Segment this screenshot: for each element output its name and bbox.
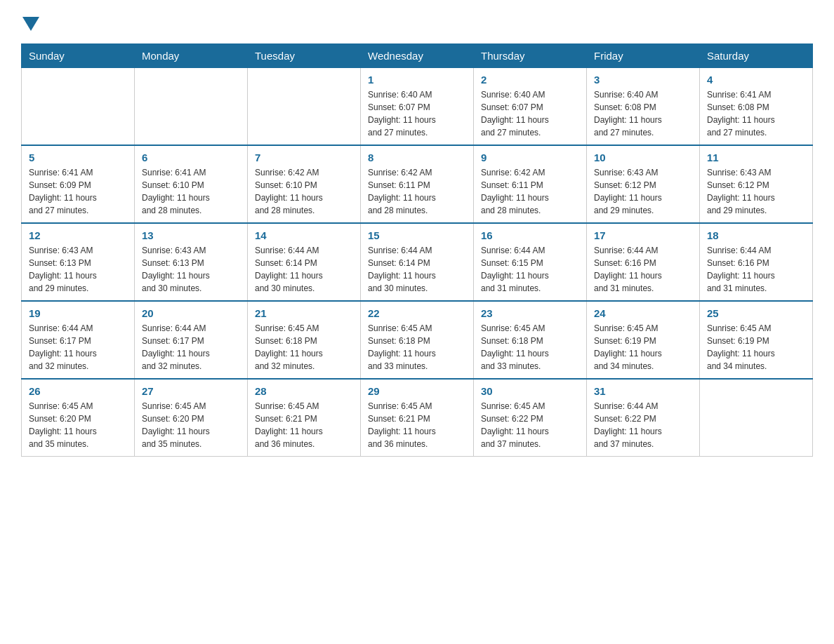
day-number: 5	[29, 152, 127, 163]
page-header	[21, 14, 813, 29]
day-number: 13	[142, 229, 240, 241]
calendar-cell: 31Sunrise: 6:44 AM Sunset: 6:22 PM Dayli…	[587, 379, 700, 457]
calendar-header-wednesday: Wednesday	[361, 44, 474, 68]
calendar-cell: 15Sunrise: 6:44 AM Sunset: 6:14 PM Dayli…	[361, 223, 474, 301]
calendar-cell: 23Sunrise: 6:45 AM Sunset: 6:18 PM Dayli…	[474, 301, 587, 379]
day-info: Sunrise: 6:45 AM Sunset: 6:22 PM Dayligh…	[481, 400, 579, 450]
day-number: 14	[255, 229, 353, 241]
day-info: Sunrise: 6:43 AM Sunset: 6:12 PM Dayligh…	[594, 166, 692, 217]
calendar-cell: 25Sunrise: 6:45 AM Sunset: 6:19 PM Dayli…	[700, 301, 813, 379]
day-number: 3	[594, 74, 692, 86]
calendar-header-saturday: Saturday	[700, 44, 813, 68]
calendar-cell: 28Sunrise: 6:45 AM Sunset: 6:21 PM Dayli…	[248, 379, 361, 457]
day-number: 8	[368, 152, 466, 163]
day-info: Sunrise: 6:43 AM Sunset: 6:13 PM Dayligh…	[29, 244, 127, 295]
day-info: Sunrise: 6:41 AM Sunset: 6:09 PM Dayligh…	[29, 166, 127, 217]
day-info: Sunrise: 6:40 AM Sunset: 6:08 PM Dayligh…	[594, 88, 692, 139]
day-info: Sunrise: 6:44 AM Sunset: 6:17 PM Dayligh…	[142, 322, 240, 373]
calendar-cell: 13Sunrise: 6:43 AM Sunset: 6:13 PM Dayli…	[135, 223, 248, 301]
calendar-cell: 14Sunrise: 6:44 AM Sunset: 6:14 PM Dayli…	[248, 223, 361, 301]
day-number: 22	[368, 307, 466, 319]
calendar-cell: 27Sunrise: 6:45 AM Sunset: 6:20 PM Dayli…	[135, 379, 248, 457]
day-number: 18	[707, 229, 805, 241]
day-number: 31	[594, 385, 692, 397]
calendar-week-1: 1Sunrise: 6:40 AM Sunset: 6:07 PM Daylig…	[22, 68, 813, 146]
calendar-week-4: 19Sunrise: 6:44 AM Sunset: 6:17 PM Dayli…	[22, 301, 813, 379]
day-info: Sunrise: 6:45 AM Sunset: 6:18 PM Dayligh…	[481, 322, 579, 373]
day-number: 2	[481, 74, 579, 86]
day-number: 27	[142, 385, 240, 397]
day-number: 6	[142, 152, 240, 163]
calendar-week-3: 12Sunrise: 6:43 AM Sunset: 6:13 PM Dayli…	[22, 223, 813, 301]
calendar-cell: 12Sunrise: 6:43 AM Sunset: 6:13 PM Dayli…	[22, 223, 135, 301]
calendar-cell: 18Sunrise: 6:44 AM Sunset: 6:16 PM Dayli…	[700, 223, 813, 301]
calendar-cell: 30Sunrise: 6:45 AM Sunset: 6:22 PM Dayli…	[474, 379, 587, 457]
logo-triangle-icon	[22, 17, 39, 31]
calendar-cell: 7Sunrise: 6:42 AM Sunset: 6:10 PM Daylig…	[248, 145, 361, 223]
day-number: 9	[481, 152, 579, 163]
day-number: 23	[481, 307, 579, 319]
calendar-cell: 24Sunrise: 6:45 AM Sunset: 6:19 PM Dayli…	[587, 301, 700, 379]
day-info: Sunrise: 6:45 AM Sunset: 6:18 PM Dayligh…	[368, 322, 466, 373]
calendar-cell: 6Sunrise: 6:41 AM Sunset: 6:10 PM Daylig…	[135, 145, 248, 223]
calendar-header-friday: Friday	[587, 44, 700, 68]
day-number: 11	[707, 152, 805, 163]
day-info: Sunrise: 6:45 AM Sunset: 6:20 PM Dayligh…	[29, 400, 127, 450]
day-info: Sunrise: 6:44 AM Sunset: 6:14 PM Dayligh…	[255, 244, 353, 295]
logo	[21, 14, 39, 29]
day-number: 19	[29, 307, 127, 319]
day-info: Sunrise: 6:42 AM Sunset: 6:11 PM Dayligh…	[481, 166, 579, 217]
day-info: Sunrise: 6:43 AM Sunset: 6:12 PM Dayligh…	[707, 166, 805, 217]
day-number: 17	[594, 229, 692, 241]
calendar-header-tuesday: Tuesday	[248, 44, 361, 68]
day-number: 21	[255, 307, 353, 319]
day-number: 25	[707, 307, 805, 319]
calendar-cell: 11Sunrise: 6:43 AM Sunset: 6:12 PM Dayli…	[700, 145, 813, 223]
day-number: 16	[481, 229, 579, 241]
day-info: Sunrise: 6:42 AM Sunset: 6:10 PM Dayligh…	[255, 166, 353, 217]
day-number: 7	[255, 152, 353, 163]
day-info: Sunrise: 6:44 AM Sunset: 6:16 PM Dayligh…	[707, 244, 805, 295]
day-info: Sunrise: 6:45 AM Sunset: 6:21 PM Dayligh…	[255, 400, 353, 450]
day-info: Sunrise: 6:42 AM Sunset: 6:11 PM Dayligh…	[368, 166, 466, 217]
day-info: Sunrise: 6:43 AM Sunset: 6:13 PM Dayligh…	[142, 244, 240, 295]
day-info: Sunrise: 6:44 AM Sunset: 6:14 PM Dayligh…	[368, 244, 466, 295]
day-info: Sunrise: 6:45 AM Sunset: 6:20 PM Dayligh…	[142, 400, 240, 450]
day-info: Sunrise: 6:44 AM Sunset: 6:15 PM Dayligh…	[481, 244, 579, 295]
calendar-cell: 4Sunrise: 6:41 AM Sunset: 6:08 PM Daylig…	[700, 68, 813, 146]
calendar-table: SundayMondayTuesdayWednesdayThursdayFrid…	[21, 43, 813, 457]
day-number: 20	[142, 307, 240, 319]
calendar-cell: 16Sunrise: 6:44 AM Sunset: 6:15 PM Dayli…	[474, 223, 587, 301]
calendar-header-thursday: Thursday	[474, 44, 587, 68]
calendar-week-2: 5Sunrise: 6:41 AM Sunset: 6:09 PM Daylig…	[22, 145, 813, 223]
day-number: 30	[481, 385, 579, 397]
day-info: Sunrise: 6:41 AM Sunset: 6:10 PM Dayligh…	[142, 166, 240, 217]
day-number: 1	[368, 74, 466, 86]
calendar-cell: 9Sunrise: 6:42 AM Sunset: 6:11 PM Daylig…	[474, 145, 587, 223]
calendar-cell: 2Sunrise: 6:40 AM Sunset: 6:07 PM Daylig…	[474, 68, 587, 146]
day-number: 12	[29, 229, 127, 241]
day-info: Sunrise: 6:45 AM Sunset: 6:21 PM Dayligh…	[368, 400, 466, 450]
day-info: Sunrise: 6:45 AM Sunset: 6:19 PM Dayligh…	[707, 322, 805, 373]
calendar-header-row: SundayMondayTuesdayWednesdayThursdayFrid…	[22, 44, 813, 68]
day-info: Sunrise: 6:44 AM Sunset: 6:17 PM Dayligh…	[29, 322, 127, 373]
day-info: Sunrise: 6:44 AM Sunset: 6:16 PM Dayligh…	[594, 244, 692, 295]
day-number: 28	[255, 385, 353, 397]
calendar-cell: 22Sunrise: 6:45 AM Sunset: 6:18 PM Dayli…	[361, 301, 474, 379]
calendar-cell: 20Sunrise: 6:44 AM Sunset: 6:17 PM Dayli…	[135, 301, 248, 379]
day-number: 29	[368, 385, 466, 397]
day-number: 4	[707, 74, 805, 86]
day-number: 24	[594, 307, 692, 319]
day-info: Sunrise: 6:45 AM Sunset: 6:19 PM Dayligh…	[594, 322, 692, 373]
calendar-week-5: 26Sunrise: 6:45 AM Sunset: 6:20 PM Dayli…	[22, 379, 813, 457]
calendar-cell: 29Sunrise: 6:45 AM Sunset: 6:21 PM Dayli…	[361, 379, 474, 457]
calendar-cell	[22, 68, 135, 146]
calendar-cell	[248, 68, 361, 146]
day-info: Sunrise: 6:40 AM Sunset: 6:07 PM Dayligh…	[481, 88, 579, 139]
day-info: Sunrise: 6:40 AM Sunset: 6:07 PM Dayligh…	[368, 88, 466, 139]
calendar-cell: 17Sunrise: 6:44 AM Sunset: 6:16 PM Dayli…	[587, 223, 700, 301]
day-number: 26	[29, 385, 127, 397]
calendar-header-sunday: Sunday	[22, 44, 135, 68]
calendar-cell: 26Sunrise: 6:45 AM Sunset: 6:20 PM Dayli…	[22, 379, 135, 457]
calendar-cell: 19Sunrise: 6:44 AM Sunset: 6:17 PM Dayli…	[22, 301, 135, 379]
